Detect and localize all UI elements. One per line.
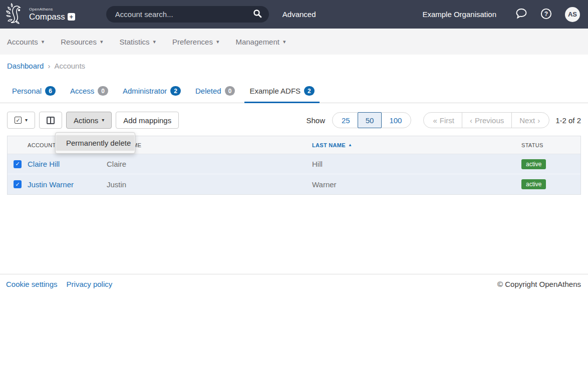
footer: Cookie settings Privacy policy © Copyrig… (0, 274, 588, 288)
brand-name-large: Compass (29, 13, 65, 21)
first-page-button[interactable]: « First (423, 112, 462, 128)
tab-deleted[interactable]: Deleted 0 (190, 81, 240, 103)
privacy-policy-link[interactable]: Privacy policy (67, 280, 113, 288)
topbar: OpenAthens Compass + Advanced Example Or… (0, 0, 588, 29)
caret-down-icon: ▾ (25, 118, 28, 123)
row-checkbox[interactable]: ✓ (14, 180, 22, 188)
count-badge: 0 (98, 86, 108, 96)
nav-item-management[interactable]: Management ▾ (235, 38, 285, 46)
help-icon: ? (540, 8, 552, 21)
account-link[interactable]: Justin Warner (28, 180, 107, 189)
count-badge: 6 (45, 86, 56, 96)
checkbox-icon: ✓ (15, 117, 22, 124)
header-status[interactable]: STATUS (521, 142, 580, 148)
page-size-50[interactable]: 50 (358, 112, 382, 128)
nav-item-preferences[interactable]: Preferences ▾ (172, 38, 219, 46)
main-nav: Accounts ▾ Resources ▾ Statistics ▾ Pref… (0, 29, 588, 55)
last-name-cell: Hill (312, 160, 521, 168)
result-range: 1-2 of 2 (555, 116, 581, 125)
chevron-right-icon: › (537, 116, 540, 125)
caret-down-icon: ▾ (42, 39, 45, 45)
advanced-search-link[interactable]: Advanced (282, 10, 316, 19)
breadcrumb: Dashboard › Accounts (0, 55, 588, 70)
show-label: Show (306, 116, 325, 125)
openathens-logo-icon (6, 3, 26, 26)
count-badge: 2 (304, 86, 315, 96)
table-row: ✓ Justin Warner Justin Warner active (8, 174, 580, 194)
nav-item-resources[interactable]: Resources ▾ (61, 38, 103, 46)
status-badge: active (521, 159, 546, 169)
previous-page-button[interactable]: ‹ Previous (462, 112, 512, 128)
copyright-text: © Copyright OpenAthens (497, 280, 581, 288)
columns-button[interactable] (39, 112, 62, 129)
organisation-name: Example Organisation (422, 10, 496, 19)
list-toolbar: ✓ ▾ Actions ▾ Add mappings Show 25 50 10… (7, 112, 581, 129)
status-badge: active (521, 179, 546, 189)
nav-item-statistics[interactable]: Statistics ▾ (119, 38, 156, 46)
tab-access[interactable]: Access 0 (65, 81, 113, 103)
tab-administrator[interactable]: Administrator 2 (118, 81, 186, 103)
count-badge: 2 (170, 86, 181, 96)
columns-icon (47, 117, 55, 124)
page-size-group: 25 50 100 (332, 112, 411, 128)
breadcrumb-dashboard[interactable]: Dashboard (7, 62, 44, 70)
first-name-cell: Claire (107, 160, 312, 168)
brand-name-small: OpenAthens (29, 8, 75, 12)
caret-down-icon: ▾ (153, 39, 156, 45)
sort-ascending-icon: ▲ (348, 143, 352, 147)
page-size-100[interactable]: 100 (381, 112, 411, 128)
select-all-button[interactable]: ✓ ▾ (7, 112, 35, 129)
account-link[interactable]: Claire Hill (28, 160, 107, 168)
menu-item-permanently-delete[interactable]: Permanently delete (56, 135, 134, 151)
breadcrumb-accounts: Accounts (54, 62, 85, 70)
pagination-group: « First ‹ Previous Next › (423, 112, 549, 128)
count-badge: 0 (225, 86, 235, 96)
caret-down-icon: ▾ (102, 118, 104, 123)
chevron-left-icon: ‹ (470, 116, 472, 125)
header-first-name[interactable]: FIRST NAME (107, 142, 312, 148)
search-icon (253, 9, 262, 20)
actions-dropdown-menu: Permanently delete (55, 132, 135, 154)
add-mappings-button[interactable]: Add mappings (116, 112, 179, 129)
header-last-name[interactable]: LAST NAME ▲ (312, 142, 521, 148)
caret-down-icon: ▾ (283, 39, 286, 45)
svg-text:?: ? (544, 11, 548, 18)
breadcrumb-separator-icon: › (48, 62, 50, 70)
account-tabs: Personal 6 Access 0 Administrator 2 Dele… (0, 81, 588, 103)
openathens-brand: OpenAthens Compass + (6, 3, 75, 26)
actions-button[interactable]: Actions ▾ (66, 112, 112, 129)
next-page-button[interactable]: Next › (511, 112, 549, 128)
tab-example-adfs[interactable]: Example ADFS 2 (244, 81, 319, 103)
feedback-button[interactable] (515, 8, 527, 21)
double-chevron-left-icon: « (433, 116, 437, 125)
first-name-cell: Justin (107, 180, 312, 189)
plus-icon: + (68, 13, 75, 21)
account-search-input[interactable] (115, 10, 249, 19)
page-size-25[interactable]: 25 (332, 112, 358, 128)
search-button[interactable] (249, 7, 266, 22)
nav-item-accounts[interactable]: Accounts ▾ (7, 38, 44, 46)
last-name-cell: Warner (312, 180, 521, 189)
account-search (106, 6, 269, 23)
cookie-settings-link[interactable]: Cookie settings (6, 280, 58, 288)
user-avatar[interactable]: AS (565, 7, 580, 22)
caret-down-icon: ▾ (216, 39, 219, 45)
table-row: ✓ Claire Hill Claire Hill active (8, 154, 580, 174)
row-checkbox[interactable]: ✓ (14, 160, 22, 168)
chat-bubble-icon (515, 8, 527, 21)
caret-down-icon: ▾ (100, 39, 103, 45)
help-button[interactable]: ? (540, 8, 552, 21)
tab-personal[interactable]: Personal 6 (7, 81, 61, 103)
